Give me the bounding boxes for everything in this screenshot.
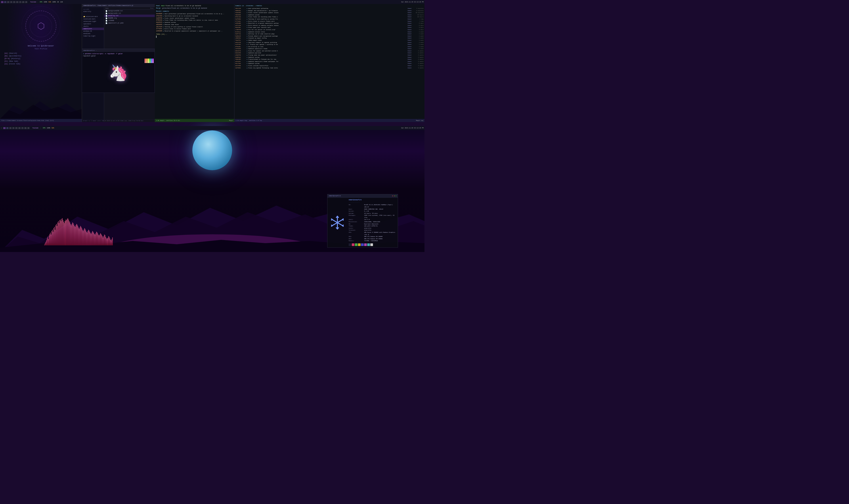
- audio-bar-27: [62, 218, 62, 246]
- neo-gpu2-key: GPU:: [349, 238, 364, 240]
- log-dot-5: ●: [247, 18, 248, 20]
- log-commit-24: fd9c965 ● Transitioned to flatpak obs fo…: [235, 58, 423, 60]
- file-item-yaml[interactable]: 📄uwwunicorn-yt.yaml: [104, 22, 155, 24]
- neo-de: DE:Hyprland (Wayland): [349, 223, 396, 225]
- file-sidebar-uwwunicorn[interactable]: uwwunicorn: [82, 28, 104, 30]
- file-sidebar-sel-dark1[interactable]: 📁 selenized-dark: [82, 15, 104, 18]
- log-author-27: Emmet: [403, 65, 412, 67]
- log-hash-13: 5a6bb19: [235, 35, 246, 37]
- bottom-tag-7[interactable]: 7: [21, 127, 24, 129]
- audio-bar-91: [105, 235, 105, 245]
- tag-8-top[interactable]: 8: [22, 1, 24, 3]
- file-item-license[interactable]: 📄LICENSE: [104, 19, 155, 22]
- qute-menu-newtab[interactable]: [t] [New tab]: [4, 60, 21, 62]
- bottom-tag-8[interactable]: 8: [24, 127, 27, 129]
- log-msg-24: Transitioned to flatpak obs for now: [248, 58, 402, 60]
- audio-bar-76: [95, 235, 95, 245]
- log-commit-25: e4fe53c ● Updated uwwunicorn theme wallp…: [235, 60, 423, 63]
- audio-bar-98: [110, 238, 110, 246]
- bottom-tag-6[interactable]: 6: [18, 127, 21, 129]
- qute-menu-search[interactable]: [o] [Search]: [4, 52, 21, 54]
- neo-term-val: alacritty: [364, 229, 396, 231]
- file-sidebar-tomorrow[interactable]: tomorrow-night: [82, 35, 104, 37]
- log-commit-4: 0f0c1dd ● Fixes flake not building when …: [235, 16, 423, 18]
- file-sidebar-win95[interactable]: windows-95: [82, 30, 104, 33]
- neofetch-body: emmet@snowfire -------------- OS:NixOS 2…: [327, 198, 398, 247]
- audio-bar-61: [85, 229, 85, 245]
- log-dot-13: ●: [247, 35, 248, 37]
- log-hash-28: 1df3561: [235, 67, 246, 69]
- log-msg-17: I finally got agenda + synthing to be: [248, 43, 402, 46]
- file-icon-readme: 📄: [106, 17, 107, 19]
- log-author-22: Emmet: [403, 54, 412, 56]
- bottom-topbar-icon: ⚙: [1, 127, 2, 129]
- file-sidebar-alacritty[interactable]: alacritty: [82, 11, 104, 13]
- qute-menu-history[interactable]: [S h] [History]: [4, 57, 21, 59]
- tag-6-top[interactable]: 6: [16, 1, 19, 3]
- emacs-modeline-left: 1.8k magit: .dotfiles 32:0 All Magit: [155, 119, 234, 122]
- tag-1-top[interactable]: 1: [1, 1, 3, 3]
- neo-theme-val: adw-gtk3 [GTK2/3]: [364, 225, 396, 227]
- file-sidebar-spacedark[interactable]: spacedark: [82, 23, 104, 25]
- qute-menu-closetab[interactable]: [x] [Close tab]: [4, 63, 21, 65]
- bullet-5: ●: [163, 24, 164, 26]
- log-commit-9: 5b5150c ● Fixes qemu user session uefi E…: [235, 26, 423, 29]
- file-name-readme: README.org: [108, 17, 117, 19]
- file-item-bg1[interactable]: 📄background1.txt: [104, 12, 155, 15]
- qute-menu-quickmarks[interactable]: [b] [Quickmarks]: [4, 55, 21, 57]
- swatch-6: [367, 244, 370, 246]
- audio-bar-10: [51, 235, 51, 245]
- bullet-1: ●: [163, 16, 164, 17]
- log-time-16: 1 week: [413, 41, 423, 44]
- tag-7-top[interactable]: 7: [19, 1, 22, 3]
- file-sidebar-ubuntu[interactable]: ubuntu: [82, 25, 104, 28]
- log-time-3: 18 hours: [413, 14, 423, 16]
- tag-3-top[interactable]: 3: [7, 1, 10, 3]
- bottom-tag-9[interactable]: 9: [27, 127, 30, 129]
- log-hash-9: 5b5150c: [235, 26, 246, 29]
- swatch-1: [352, 244, 355, 246]
- close-icon-neo[interactable]: ●: [392, 195, 393, 197]
- bottom-cpu-label: CPU: [43, 127, 46, 129]
- max-icon-neo[interactable]: ●: [396, 195, 396, 197]
- audio-bar-96: [108, 236, 109, 245]
- log-author-12: Emmet: [403, 33, 412, 35]
- audio-bar-81: [98, 235, 98, 245]
- file-sidebar-sel-dark2[interactable]: selenized-dark: [82, 18, 104, 20]
- audio-bar-82: [99, 235, 99, 246]
- file-sidebar-woodland[interactable]: woodland: [82, 33, 104, 35]
- emacs-panel: Head: main Fixed all screenshots to be o…: [155, 4, 424, 122]
- tag-9-top[interactable]: 9: [25, 1, 28, 3]
- tag-5-top[interactable]: 5: [13, 1, 16, 3]
- log-time-2: 18 minutes: [413, 12, 423, 14]
- neo-os: OS:NixOS 23.11.20231192.fa808ad (Tapir) …: [349, 204, 396, 208]
- audio-bar-102: [112, 237, 113, 245]
- log-commit-18: df4ee6c ● 3d printing is cool Emmet 1 we…: [235, 46, 423, 48]
- log-time-4: 18 hours: [413, 16, 423, 18]
- file-item-polarity[interactable]: 📄polarity.txt: [104, 15, 155, 17]
- bottom-tag-4[interactable]: 4: [12, 127, 15, 129]
- audio-bar-100: [111, 240, 111, 245]
- hash-7: 2774c0c: [156, 28, 162, 30]
- file-item-readme[interactable]: 📄README.org: [104, 17, 155, 19]
- bottom-tag-3[interactable]: 3: [9, 127, 12, 129]
- swatch-4: [361, 244, 364, 246]
- min-icon-neo[interactable]: ●: [394, 195, 395, 197]
- audio-bar-6: [48, 239, 49, 245]
- tag-4-top[interactable]: 4: [10, 1, 13, 3]
- file-item-bg256[interactable]: 📄background256.txt: [104, 10, 155, 12]
- tag-2-top[interactable]: 2: [4, 1, 7, 3]
- bottom-tag-1[interactable]: 1: [3, 127, 6, 129]
- log-msg-13: Pinned embark and reorganized package: [248, 35, 402, 37]
- log-msg-20: Fixes for waybar and patched custom h: [248, 50, 402, 52]
- audio-bar-60: [84, 228, 85, 245]
- neofetch-info: emmet@snowfire -------------- OS:NixOS 2…: [347, 198, 398, 247]
- bottom-tag-2[interactable]: 2: [6, 127, 9, 129]
- log-author-23: Emmet: [403, 56, 412, 58]
- file-sidebar-sel-light[interactable]: selenized-light: [82, 20, 104, 23]
- log-msg-2: Fixes recent qutebrowser update issues: [248, 12, 402, 14]
- bottom-tag-5[interactable]: 5: [15, 127, 18, 129]
- cpu-val-top: 100%: [43, 1, 47, 3]
- neo-kernel-key: Kernel:: [349, 210, 364, 212]
- log-time-20: 2 weeks: [413, 50, 423, 52]
